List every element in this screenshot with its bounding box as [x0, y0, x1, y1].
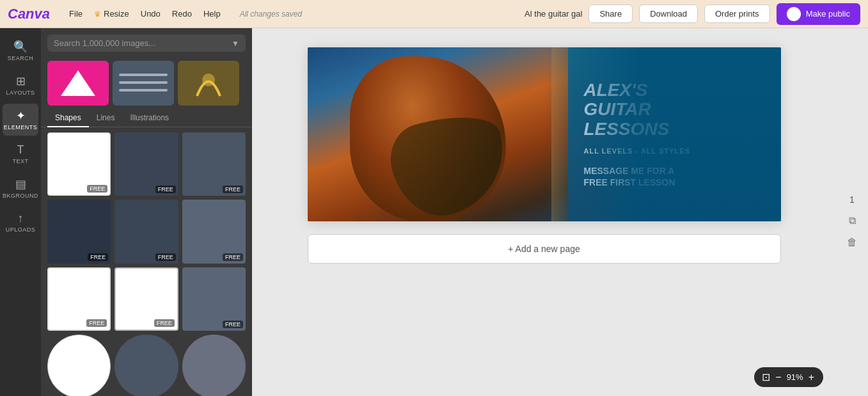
zoom-controls: ⊡ − 91% + — [754, 367, 823, 387]
list-item[interactable]: FREE — [114, 267, 178, 331]
crown-icon: ♛ — [94, 10, 101, 19]
category-tabs: Shapes Lines Illustrations — [41, 109, 252, 127]
make-public-button[interactable]: Make public — [777, 3, 860, 25]
lines-thumbnail-icon — [113, 61, 174, 106]
presentation-icon[interactable]: ⊡ — [762, 371, 770, 383]
menu-resize[interactable]: ♛ Resize — [90, 8, 133, 20]
free-badge: FREE — [88, 253, 108, 261]
elements-icon: ✦ — [16, 109, 26, 123]
illustrations-thumbnail-icon — [178, 61, 239, 106]
order-prints-button[interactable]: Order prints — [704, 4, 770, 23]
svg-marker-0 — [61, 70, 95, 96]
list-item[interactable] — [182, 335, 246, 396]
sidebar-label-layouts: LAYOUTS — [6, 90, 35, 96]
thumbnail-illustrations[interactable] — [178, 61, 239, 106]
free-badge: FREE — [87, 185, 107, 193]
free-badge: FREE — [155, 186, 176, 193]
sidebar-item-background[interactable]: ▤ BKGROUND — [3, 172, 38, 204]
zoom-in-button[interactable]: + — [807, 372, 816, 383]
dropdown-arrow-icon[interactable]: ▼ — [232, 39, 239, 48]
list-item[interactable] — [114, 335, 178, 396]
topbar-right: Al the guitar gal Share Download Order p… — [525, 3, 860, 25]
svg-point-4 — [202, 74, 215, 86]
sidebar-item-search[interactable]: 🔍 SEARCH — [3, 35, 38, 67]
list-item[interactable]: FREE — [182, 267, 246, 331]
design-canvas[interactable]: ALEX'SGUITARLESSONS ALL LEVELS - ALL STY… — [308, 47, 781, 221]
sidebar-label-search: SEARCH — [8, 55, 34, 61]
elements-grid-scroll[interactable]: FREE FREE FREE FREE FREE FREE — [41, 132, 252, 396]
menu-redo[interactable]: Redo — [168, 8, 196, 20]
sidebar-icons: 🔍 SEARCH ⊞ LAYOUTS ✦ ELEMENTS T TEXT ▤ B… — [0, 28, 41, 396]
sidebar-item-layouts[interactable]: ⊞ LAYOUTS — [3, 69, 38, 101]
list-item[interactable] — [47, 335, 111, 396]
tab-illustrations[interactable]: Illustrations — [122, 109, 177, 127]
menu-undo[interactable]: Undo — [137, 8, 164, 20]
uploads-icon: ↑ — [18, 212, 24, 225]
circles-grid — [47, 335, 246, 396]
sidebar-label-uploads: UPLOADS — [6, 226, 36, 233]
avatar — [787, 7, 801, 21]
delete-page-icon[interactable]: 🗑 — [847, 237, 857, 248]
canvas-image-area: ALEX'SGUITARLESSONS ALL LEVELS - ALL STY… — [308, 47, 781, 221]
layouts-icon: ⊞ — [16, 74, 26, 88]
sidebar-label-elements: ELEMENTS — [4, 124, 38, 131]
search-bar[interactable]: ▼ — [47, 35, 246, 52]
free-badge: FREE — [223, 253, 243, 261]
free-badge: FREE — [155, 253, 176, 261]
list-item[interactable]: FREE — [47, 132, 111, 196]
shapes-thumbnail-icon — [47, 61, 109, 106]
topbar-menu: File ♛ Resize Undo Redo Help — [65, 8, 225, 20]
topbar: Canva File ♛ Resize Undo Redo Help All c… — [0, 0, 868, 28]
list-item[interactable]: FREE — [182, 200, 246, 263]
thumbnail-lines[interactable] — [113, 61, 174, 106]
list-item[interactable]: FREE — [114, 200, 178, 263]
canva-logo: Canva — [8, 6, 50, 22]
main-layout: 🔍 SEARCH ⊞ LAYOUTS ✦ ELEMENTS T TEXT ▤ B… — [0, 28, 868, 396]
sidebar-item-text[interactable]: T TEXT — [3, 138, 38, 170]
free-badge: FREE — [223, 186, 243, 193]
svg-rect-1 — [119, 74, 168, 76]
canvas-area: ALEX'SGUITARLESSONS ALL LEVELS - ALL STY… — [252, 28, 836, 396]
free-badge: FREE — [223, 321, 243, 328]
user-name: Al the guitar gal — [525, 9, 582, 19]
background-icon: ▤ — [15, 177, 26, 191]
share-button[interactable]: Share — [588, 4, 633, 23]
category-thumbnails — [41, 58, 252, 109]
elements-grid: FREE FREE FREE FREE FREE FREE — [47, 132, 246, 331]
sidebar-label-text: TEXT — [12, 158, 28, 164]
list-item[interactable]: FREE — [47, 200, 111, 263]
menu-help[interactable]: Help — [200, 8, 225, 20]
add-page-button[interactable]: + Add a new page — [308, 234, 781, 264]
list-item[interactable]: FREE — [182, 132, 246, 196]
sidebar-item-elements[interactable]: ✦ ELEMENTS — [3, 104, 38, 136]
canvas-overlay — [308, 47, 781, 221]
free-badge: FREE — [86, 319, 107, 327]
autosave-status: All changes saved — [240, 10, 302, 19]
thumbnail-shapes[interactable] — [47, 61, 109, 106]
sidebar-label-background: BKGROUND — [3, 193, 38, 199]
duplicate-page-icon[interactable]: ⧉ — [849, 215, 856, 226]
menu-file[interactable]: File — [65, 8, 86, 20]
download-button[interactable]: Download — [639, 4, 698, 23]
tab-shapes[interactable]: Shapes — [47, 109, 89, 127]
svg-rect-3 — [119, 89, 168, 91]
sidebar-item-uploads[interactable]: ↑ UPLOADS — [3, 207, 38, 238]
svg-rect-2 — [119, 81, 168, 84]
text-icon: T — [17, 143, 24, 157]
zoom-level: 91% — [787, 372, 803, 382]
search-icon: 🔍 — [13, 40, 28, 54]
page-number: 1 — [849, 194, 855, 205]
search-input[interactable] — [54, 38, 226, 48]
tab-lines[interactable]: Lines — [89, 109, 123, 127]
zoom-out-button[interactable]: − — [774, 372, 782, 383]
list-item[interactable]: FREE — [47, 267, 111, 331]
right-sidebar: 1 ⧉ 🗑 — [836, 28, 868, 396]
free-badge: FREE — [154, 319, 175, 327]
list-item[interactable]: FREE — [114, 132, 178, 196]
elements-panel: ▼ — [41, 28, 252, 396]
